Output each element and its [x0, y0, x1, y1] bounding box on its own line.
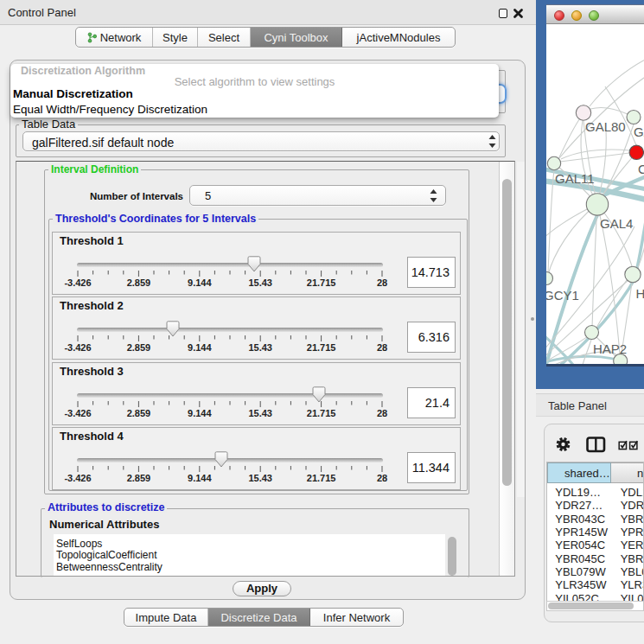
svg-text:GA: GA	[634, 124, 644, 139]
svg-text:GCY1: GCY1	[546, 288, 579, 303]
svg-text:HAP2: HAP2	[593, 341, 627, 356]
svg-text:GAL11: GAL11	[555, 171, 595, 186]
svg-text:H: H	[636, 286, 644, 301]
svg-text:GAL4: GAL4	[600, 216, 633, 231]
svg-text:GAL80: GAL80	[585, 119, 626, 134]
svg-text:C: C	[638, 162, 644, 176]
